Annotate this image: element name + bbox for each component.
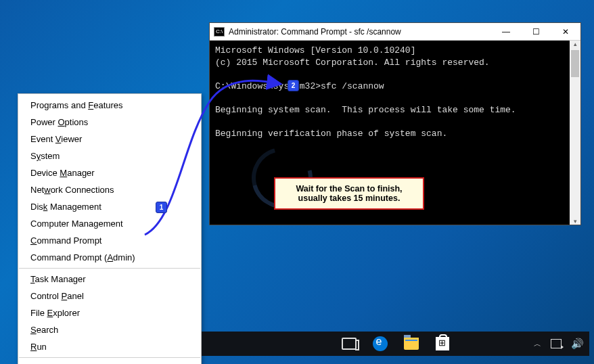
menu-file-explorer[interactable]: File Explorer: [18, 304, 201, 321]
menu-shutdown-signout[interactable]: Shut down or sign out❯: [18, 360, 201, 364]
taskview-icon[interactable]: [342, 336, 357, 351]
step-badge-2: 2: [288, 80, 299, 91]
volume-icon[interactable]: 🔊: [571, 338, 584, 350]
file-explorer-icon[interactable]: [404, 336, 419, 351]
menu-command-prompt-admin[interactable]: Command Prompt (Admin): [18, 249, 201, 266]
taskbar: ︿ 🔊: [202, 332, 589, 356]
callout-line: usually takes 15 minutes.: [282, 194, 416, 203]
menu-disk-management[interactable]: Disk Management: [18, 198, 201, 215]
winx-context-menu: Programs and Features Power Options Even…: [18, 93, 202, 364]
menu-network-connections[interactable]: Network Connections: [18, 181, 201, 198]
window-title: Administrator: Command Prompt - sfc /sca…: [229, 27, 401, 37]
menu-programs-features[interactable]: Programs and Features: [18, 97, 201, 114]
scroll-thumb[interactable]: [571, 50, 579, 77]
store-icon[interactable]: [435, 336, 450, 351]
instruction-callout: Wait for the Scan to finish, usually tak…: [274, 177, 424, 210]
menu-system[interactable]: System: [18, 147, 201, 164]
menu-task-manager[interactable]: Task Manager: [18, 271, 201, 288]
menu-control-panel[interactable]: Control Panel: [18, 288, 201, 304]
edge-icon[interactable]: [373, 336, 388, 351]
menu-search[interactable]: Search: [18, 321, 201, 338]
minimize-button[interactable]: —: [491, 23, 521, 40]
tray-chevron-icon[interactable]: ︿: [534, 339, 541, 349]
cmd-icon: C:\: [214, 27, 225, 37]
menu-separator: [19, 357, 200, 358]
menu-command-prompt[interactable]: Command Prompt: [18, 232, 201, 249]
close-button[interactable]: ✕: [551, 23, 580, 40]
menu-device-manager[interactable]: Device Manager: [18, 164, 201, 181]
menu-power-options[interactable]: Power Options: [18, 114, 201, 131]
step-badge-1: 1: [156, 202, 167, 213]
menu-event-viewer[interactable]: Event Viewer: [18, 131, 201, 147]
action-center-icon[interactable]: [551, 339, 562, 348]
menu-run[interactable]: Run: [18, 338, 201, 355]
callout-line: Wait for the Scan to finish,: [282, 184, 416, 194]
menu-computer-management[interactable]: Computer Management: [18, 215, 201, 232]
maximize-button[interactable]: ☐: [521, 23, 551, 40]
menu-separator: [19, 268, 200, 269]
scrollbar[interactable]: [570, 41, 580, 225]
titlebar[interactable]: C:\ Administrator: Command Prompt - sfc …: [210, 23, 580, 41]
